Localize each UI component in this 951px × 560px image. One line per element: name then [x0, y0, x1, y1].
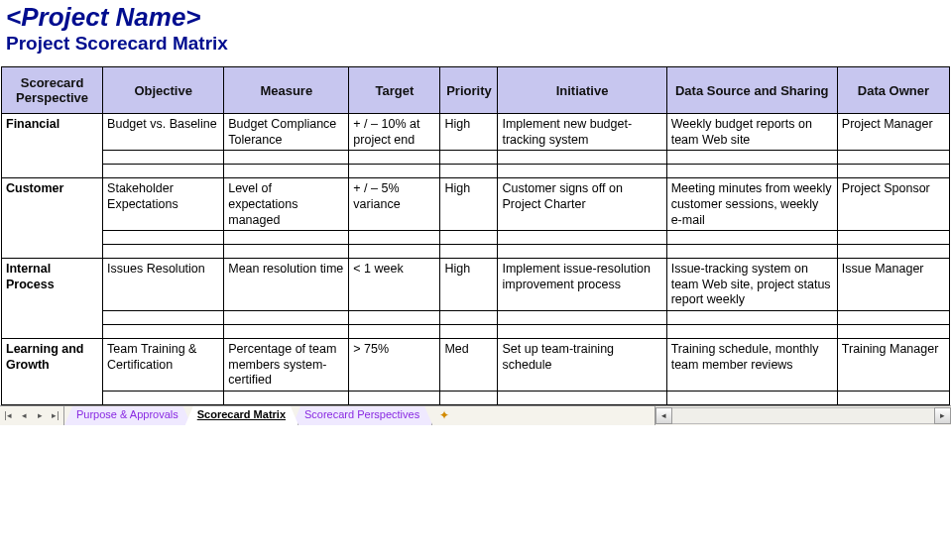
cell-priority[interactable]: High [440, 259, 498, 311]
cell-data-owner[interactable]: Project Sponsor [837, 178, 949, 231]
empty-cell[interactable] [103, 165, 224, 178]
scroll-track[interactable] [672, 407, 934, 424]
cell-target[interactable]: > 75% [349, 339, 440, 392]
cell-priority[interactable]: Med [440, 339, 498, 392]
empty-cell[interactable] [349, 311, 440, 325]
empty-cell[interactable] [224, 165, 349, 178]
empty-cell[interactable] [666, 325, 837, 339]
cell-target[interactable]: + / – 10% at project end [349, 114, 440, 151]
empty-cell[interactable] [498, 245, 666, 259]
cell-perspective[interactable]: Internal Process [2, 259, 103, 339]
empty-cell[interactable] [837, 151, 949, 165]
empty-cell[interactable] [837, 391, 949, 404]
cell-data-source[interactable]: Issue-tracking system on team Web site, … [666, 259, 837, 311]
cell-perspective[interactable]: Learning and Growth [2, 339, 103, 405]
empty-cell[interactable] [224, 151, 349, 165]
cell-initiative[interactable]: Implement new budget-tracking system [498, 114, 666, 151]
empty-cell[interactable] [837, 325, 949, 339]
cell-measure[interactable]: Level of expectations managed [224, 178, 349, 231]
empty-cell[interactable] [349, 231, 440, 245]
cell-objective[interactable]: Budget vs. Baseline [103, 114, 224, 151]
empty-cell[interactable] [666, 165, 837, 178]
cell-priority[interactable]: High [440, 114, 498, 151]
table-row: FinancialBudget vs. BaselineBudget Compl… [2, 114, 950, 151]
table-row [2, 391, 950, 404]
empty-cell[interactable] [440, 231, 498, 245]
empty-cell[interactable] [224, 245, 349, 259]
cell-initiative[interactable]: Implement issue-resolution improvement p… [498, 259, 666, 311]
col-header-objective: Objective [103, 67, 224, 114]
empty-cell[interactable] [349, 151, 440, 165]
sheet-tab-label: Purpose & Approvals [76, 408, 178, 420]
empty-cell[interactable] [837, 311, 949, 325]
empty-cell[interactable] [498, 325, 666, 339]
cell-objective[interactable]: Issues Resolution [103, 259, 224, 311]
empty-cell[interactable] [440, 151, 498, 165]
empty-cell[interactable] [498, 391, 666, 404]
cell-objective[interactable]: Team Training & Certification [103, 339, 224, 392]
cell-target[interactable]: < 1 week [349, 259, 440, 311]
empty-cell[interactable] [224, 311, 349, 325]
cell-perspective[interactable]: Customer [2, 178, 103, 259]
empty-cell[interactable] [666, 391, 837, 404]
scroll-left-icon[interactable]: ◂ [655, 407, 672, 424]
empty-cell[interactable] [224, 391, 349, 404]
tab-nav-prev-icon[interactable]: ◂ [16, 406, 32, 424]
cell-data-source[interactable]: Meeting minutes from weekly customer ses… [666, 178, 837, 231]
empty-cell[interactable] [103, 325, 224, 339]
empty-cell[interactable] [666, 311, 837, 325]
empty-cell[interactable] [837, 231, 949, 245]
empty-cell[interactable] [498, 311, 666, 325]
tab-nav-first-icon[interactable]: |◂ [0, 406, 16, 424]
tab-nav-last-icon[interactable]: ▸| [48, 406, 63, 424]
scroll-right-icon[interactable]: ▸ [934, 407, 951, 424]
tab-nav-next-icon[interactable]: ▸ [32, 406, 48, 424]
cell-initiative[interactable]: Set up team-training schedule [498, 339, 666, 392]
cell-priority[interactable]: High [440, 178, 498, 231]
empty-cell[interactable] [498, 165, 666, 178]
sheet-tab-bar: |◂ ◂ ▸ ▸| Purpose & Approvals Scorecard … [0, 405, 951, 425]
cell-data-owner[interactable]: Training Manager [837, 339, 949, 392]
empty-cell[interactable] [224, 325, 349, 339]
empty-cell[interactable] [349, 245, 440, 259]
col-header-data-source: Data Source and Sharing [666, 67, 837, 114]
cell-data-owner[interactable]: Project Manager [837, 114, 949, 151]
cell-target[interactable]: + / – 5% variance [349, 178, 440, 231]
empty-cell[interactable] [349, 325, 440, 339]
new-sheet-icon[interactable]: ✦ [432, 406, 456, 425]
sheet-tab-scorecard-perspectives[interactable]: Scorecard Perspectives [293, 406, 432, 425]
col-header-target: Target [349, 67, 440, 114]
empty-cell[interactable] [440, 391, 498, 404]
horizontal-scrollbar[interactable]: ◂ ▸ [654, 406, 951, 425]
cell-measure[interactable]: Budget Compliance Tolerance [224, 114, 349, 151]
cell-data-source[interactable]: Weekly budget reports on team Web site [666, 114, 837, 151]
cell-measure[interactable]: Percentage of team members system-certif… [224, 339, 349, 392]
empty-cell[interactable] [498, 151, 666, 165]
sheet-tab-scorecard-matrix[interactable]: Scorecard Matrix [185, 406, 298, 425]
empty-cell[interactable] [349, 165, 440, 178]
empty-cell[interactable] [440, 245, 498, 259]
empty-cell[interactable] [103, 231, 224, 245]
empty-cell[interactable] [103, 245, 224, 259]
empty-cell[interactable] [103, 391, 224, 404]
empty-cell[interactable] [440, 325, 498, 339]
empty-cell[interactable] [224, 231, 349, 245]
cell-measure[interactable]: Mean resolution time [224, 259, 349, 311]
empty-cell[interactable] [837, 165, 949, 178]
empty-cell[interactable] [666, 231, 837, 245]
empty-cell[interactable] [440, 311, 498, 325]
empty-cell[interactable] [103, 311, 224, 325]
cell-objective[interactable]: Stakeholder Expectations [103, 178, 224, 231]
empty-cell[interactable] [666, 245, 837, 259]
sheet-tab-purpose-approvals[interactable]: Purpose & Approvals [64, 406, 191, 425]
empty-cell[interactable] [837, 245, 949, 259]
empty-cell[interactable] [498, 231, 666, 245]
cell-initiative[interactable]: Customer signs off on Project Charter [498, 178, 666, 231]
empty-cell[interactable] [666, 151, 837, 165]
cell-data-source[interactable]: Training schedule, monthly team member r… [666, 339, 837, 392]
cell-data-owner[interactable]: Issue Manager [837, 259, 949, 311]
empty-cell[interactable] [440, 165, 498, 178]
empty-cell[interactable] [103, 151, 224, 165]
empty-cell[interactable] [349, 391, 440, 404]
cell-perspective[interactable]: Financial [2, 114, 103, 178]
